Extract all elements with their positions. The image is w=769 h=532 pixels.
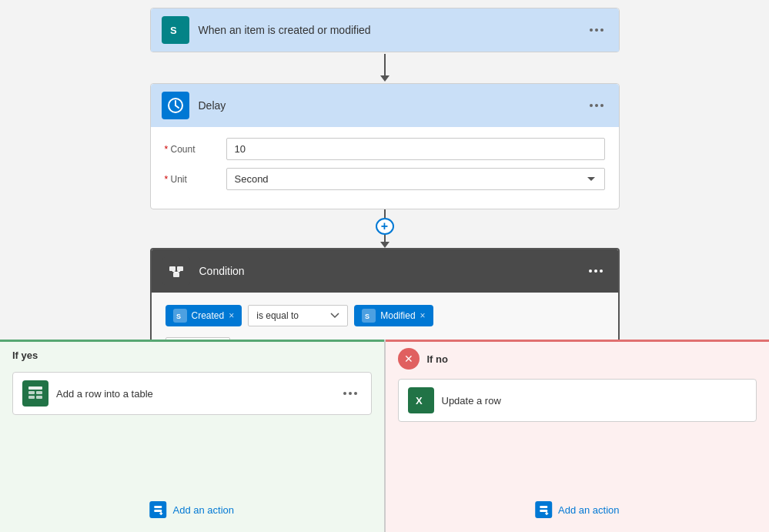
delay-more-button[interactable] <box>585 102 608 109</box>
delay-icon <box>162 92 189 119</box>
svg-rect-16 <box>36 396 42 399</box>
delay-card: Delay Count Unit Second <box>150 83 620 209</box>
if-no-label: If no <box>427 353 448 365</box>
svg-rect-13 <box>28 391 35 394</box>
svg-rect-7 <box>173 273 179 277</box>
unit-row: Unit Second <box>165 168 605 190</box>
trigger-title: When an item is created or modified <box>199 24 585 36</box>
svg-line-9 <box>176 271 180 273</box>
if-no-pane: ✕ If no X Update a row Add an act <box>386 340 770 532</box>
if-no-action-title: Update a row <box>442 395 747 407</box>
condition-expression-row: S Created × is equal to S <box>166 305 604 326</box>
left-token-close[interactable]: × <box>229 310 234 321</box>
right-token-label: Modified <box>380 310 415 321</box>
condition-more-button[interactable] <box>584 268 607 274</box>
unit-select[interactable]: Second <box>226 168 605 190</box>
trigger-more-button[interactable] <box>585 27 608 33</box>
add-step-button[interactable]: + <box>376 218 394 235</box>
if-yes-add-icon <box>149 501 166 518</box>
arrow-connector-1 <box>380 52 390 83</box>
if-yes-pane: If yes Add a row into a table <box>0 340 384 532</box>
if-no-add-icon <box>535 501 552 518</box>
if-no-add-action-button[interactable]: Add an action <box>535 501 620 518</box>
if-no-header: ✕ If no <box>386 342 770 376</box>
right-token-close[interactable]: × <box>420 310 426 321</box>
svg-text:S: S <box>365 313 369 320</box>
trigger-header: S When an item is created or modified <box>151 8 619 52</box>
table-icon <box>22 380 48 407</box>
operator-select[interactable]: is equal to <box>248 305 348 326</box>
svg-rect-23 <box>540 506 547 508</box>
excel-icon: X <box>408 387 434 413</box>
svg-rect-18 <box>154 510 162 512</box>
count-label: Count <box>165 144 226 155</box>
left-token-label: Created <box>192 310 225 321</box>
condition-icon <box>162 257 190 285</box>
svg-line-4 <box>176 105 179 108</box>
sharepoint-icon: S <box>162 16 189 44</box>
svg-rect-6 <box>177 266 183 271</box>
svg-rect-14 <box>36 391 42 394</box>
if-yes-add-action-button[interactable]: Add an action <box>149 501 234 518</box>
delay-title: Delay <box>199 99 585 112</box>
svg-text:S: S <box>170 25 177 36</box>
svg-rect-15 <box>28 396 35 399</box>
if-no-close-icon: ✕ <box>398 348 420 370</box>
split-container: If yes Add a row into a table <box>0 340 769 532</box>
if-yes-action-card: Add a row into a table <box>12 372 372 415</box>
count-row: Count <box>165 138 605 160</box>
svg-rect-17 <box>154 506 162 508</box>
right-token: S Modified × <box>354 305 433 326</box>
if-yes-label: If yes <box>0 342 384 369</box>
svg-text:S: S <box>176 313 181 320</box>
delay-body: Count Unit Second <box>151 127 619 209</box>
svg-rect-24 <box>540 510 547 512</box>
left-token-icon: S <box>173 309 187 323</box>
delay-header: Delay <box>151 84 619 127</box>
right-token-icon: S <box>362 309 376 323</box>
left-token: S Created × <box>166 305 242 326</box>
svg-line-8 <box>172 271 176 273</box>
trigger-card: S When an item is created or modified <box>150 8 620 52</box>
condition-header: Condition <box>152 249 618 293</box>
plus-connector: + <box>376 209 394 248</box>
unit-label: Unit <box>165 174 226 185</box>
condition-title: Condition <box>199 265 584 277</box>
if-yes-action-title: Add a row into a table <box>56 388 331 400</box>
svg-text:X: X <box>416 395 423 407</box>
svg-rect-5 <box>169 266 176 271</box>
if-yes-action-more-button[interactable] <box>339 390 362 396</box>
svg-rect-12 <box>28 386 42 390</box>
count-input[interactable] <box>226 138 605 160</box>
if-no-action-card: X Update a row <box>398 379 757 422</box>
